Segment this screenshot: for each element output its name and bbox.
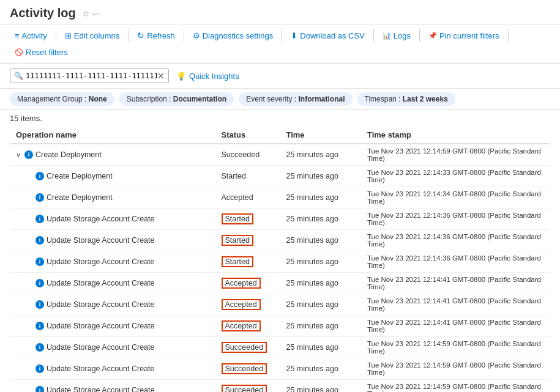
status-value: Accepted (222, 193, 253, 202)
row-chevron[interactable]: ∨ (16, 151, 21, 159)
status-cell: Accepted (215, 187, 280, 209)
column-timestamp: Time stamp (361, 127, 550, 144)
activity-button[interactable]: ≡ Activity (10, 29, 52, 43)
separator-7 (508, 29, 509, 42)
table-row[interactable]: i Update Storage Account Create Accepted… (10, 294, 550, 316)
time-value: 25 minutes ago (286, 215, 338, 223)
timestamp-value: Tue Nov 23 2021 12:14:36 GMT-0800 (Pacif… (367, 212, 541, 226)
filter-management-group[interactable]: Management Group : None (10, 92, 114, 106)
table-row[interactable]: i Create Deployment Started25 minutes ag… (10, 166, 550, 187)
operation-name-cell: i Update Storage Account Create (10, 337, 215, 358)
reset-button[interactable]: 🚫 Reset filters (10, 45, 73, 59)
time-value: 25 minutes ago (286, 236, 338, 245)
operation-name: Create Deployment (35, 150, 102, 159)
status-value: Succeeded (222, 385, 267, 392)
table-container: Operation name Status Time Time stamp ∨ … (0, 127, 560, 392)
edit-columns-button[interactable]: ⊞ Edit columns (60, 29, 124, 43)
separator-5 (373, 29, 374, 42)
filter-subscription-value: Documentation (173, 95, 226, 103)
timestamp-value: Tue Nov 23 2021 12:14:59 GMT-0800 (Pacif… (367, 147, 541, 162)
time-cell: 25 minutes ago (280, 230, 360, 251)
time-cell: 25 minutes ago (280, 337, 360, 358)
search-input[interactable] (26, 72, 157, 80)
pin-button[interactable]: 📌 Pin current filters (424, 29, 504, 43)
separator-4 (282, 29, 282, 42)
timestamp-value: Tue Nov 23 2021 12:14:59 GMT-0800 (Pacif… (367, 361, 541, 376)
table-row[interactable]: i Update Storage Account Create Started2… (10, 230, 550, 251)
separator-6 (419, 29, 420, 42)
more-options-button[interactable]: ··· (92, 9, 100, 18)
table-row[interactable]: i Update Storage Account Create Started2… (10, 209, 550, 230)
status-cell: Started (215, 166, 280, 187)
pin-icon: 📌 (428, 32, 437, 40)
operation-name-cell: i Update Storage Account Create (10, 230, 215, 251)
status-value: Started (222, 235, 253, 246)
timestamp-value: Tue Nov 23 2021 12:14:33 GMT-0800 (Pacif… (367, 169, 541, 183)
reset-label: Reset filters (26, 48, 68, 57)
download-button[interactable]: ⬇ Download as CSV (286, 29, 370, 43)
status-value: Succeeded (222, 150, 260, 159)
activity-icon: ≡ (15, 31, 20, 40)
status-cell: Succeeded (215, 358, 280, 380)
filter-timespan[interactable]: Timespan : Last 2 weeks (357, 92, 455, 106)
time-cell: 25 minutes ago (280, 294, 360, 316)
search-box: 🔍 ✕ (10, 68, 169, 83)
activity-label: Activity (22, 31, 47, 40)
operation-name-cell: i Create Deployment (10, 187, 215, 209)
info-icon: i (35, 364, 44, 373)
status-cell: Succeeded (215, 144, 280, 166)
timestamp-value: Tue Nov 23 2021 12:14:36 GMT-0800 (Pacif… (367, 254, 541, 269)
status-value: Succeeded (222, 342, 267, 353)
timestamp-cell: Tue Nov 23 2021 12:14:36 GMT-0800 (Pacif… (361, 251, 550, 273)
column-operation-name: Operation name (10, 127, 215, 144)
activity-table: Operation name Status Time Time stamp ∨ … (10, 127, 550, 392)
logs-button[interactable]: 📊 Logs (378, 29, 416, 43)
toolbar: ≡ Activity ⊞ Edit columns ↻ Refresh ⚙ Di… (0, 24, 560, 64)
table-row[interactable]: i Update Storage Account Create Accepted… (10, 316, 550, 337)
time-value: 25 minutes ago (286, 150, 338, 159)
quick-insights-button[interactable]: 💡 Quick Insights (176, 72, 239, 81)
operation-name-cell: ∨ i Create Deployment (10, 144, 215, 166)
operation-name-cell: i Update Storage Account Create (10, 251, 215, 273)
status-value: Accepted (222, 320, 261, 331)
operation-name-cell: i Update Storage Account Create (10, 316, 215, 337)
refresh-button[interactable]: ↻ Refresh (132, 28, 180, 43)
operation-name-cell: i Update Storage Account Create (10, 209, 215, 230)
diagnostics-button[interactable]: ⚙ Diagnostics settings (188, 29, 278, 43)
page-title: Activity log (10, 6, 76, 20)
time-value: 25 minutes ago (286, 257, 338, 266)
operation-name: Update Storage Account Create (47, 343, 155, 352)
timestamp-value: Tue Nov 23 2021 12:14:59 GMT-0800 (Pacif… (367, 383, 541, 392)
status-cell: Started (215, 209, 280, 230)
logs-icon: 📊 (383, 32, 391, 40)
operation-name: Update Storage Account Create (47, 215, 155, 223)
favorite-button[interactable]: ☆ (82, 9, 90, 18)
status-cell: Started (215, 230, 280, 251)
timestamp-cell: Tue Nov 23 2021 12:14:36 GMT-0800 (Pacif… (361, 209, 550, 230)
search-clear-button[interactable]: ✕ (157, 71, 165, 81)
info-icon: i (35, 215, 44, 223)
separator-1 (56, 29, 56, 42)
table-row[interactable]: i Update Storage Account Create Succeede… (10, 358, 550, 380)
table-row[interactable]: i Create Deployment Accepted25 minutes a… (10, 187, 550, 209)
timestamp-value: Tue Nov 23 2021 12:14:41 GMT-0800 (Pacif… (367, 276, 541, 290)
logs-label: Logs (394, 31, 411, 40)
table-row[interactable]: i Update Storage Account Create Accepted… (10, 273, 550, 294)
filter-subscription[interactable]: Subscription : Documentation (119, 92, 234, 106)
filter-event-severity[interactable]: Event severity : Informational (239, 92, 352, 106)
table-row[interactable]: ∨ i Create Deployment Succeeded25 minute… (10, 144, 550, 166)
operation-name: Update Storage Account Create (47, 364, 155, 373)
time-cell: 25 minutes ago (280, 166, 360, 187)
status-value: Started (222, 172, 246, 180)
time-value: 25 minutes ago (286, 364, 338, 373)
time-cell: 25 minutes ago (280, 358, 360, 380)
table-row[interactable]: i Update Storage Account Create Succeede… (10, 380, 550, 393)
status-value: Accepted (222, 299, 261, 310)
table-row[interactable]: i Update Storage Account Create Succeede… (10, 337, 550, 358)
time-cell: 25 minutes ago (280, 273, 360, 294)
table-row[interactable]: i Update Storage Account Create Started2… (10, 251, 550, 273)
operation-name: Update Storage Account Create (47, 300, 155, 309)
time-cell: 25 minutes ago (280, 144, 360, 166)
diagnostics-icon: ⚙ (193, 31, 200, 40)
timestamp-value: Tue Nov 23 2021 12:14:59 GMT-0800 (Pacif… (367, 340, 541, 355)
